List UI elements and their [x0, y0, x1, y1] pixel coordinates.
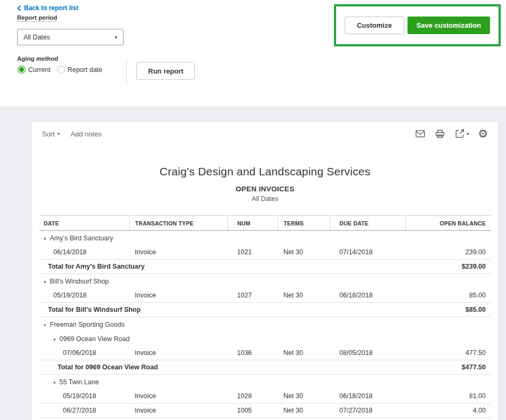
radio-button-icon[interactable] [18, 66, 26, 74]
cell-num: 1036 [227, 346, 278, 360]
cell-open-balance: 477.50 [405, 346, 491, 360]
cell-open-balance: 4.00 [405, 403, 491, 418]
sort-dropdown[interactable]: Sort ▾ [42, 130, 60, 138]
group-header-row: ▾Bill's Windsurf Shop [39, 274, 491, 289]
report-canvas: Sort ▾ Add notes ▾ ⚙ C [0, 107, 506, 420]
report-toolbar: Sort ▾ Add notes ▾ ⚙ [32, 122, 498, 146]
invoice-row[interactable]: 07/06/2018Invoice1036Net 3008/05/2018477… [39, 346, 491, 360]
top-controls: Back to report list Report period All Da… [0, 0, 506, 107]
customer-group-label: 0969 Ocean View Road [60, 335, 130, 343]
collapse-caret-icon[interactable]: ▾ [44, 279, 46, 285]
customer-group-label: Freeman Sporting Goods [50, 321, 125, 328]
cell-date: 06/27/2018 [39, 403, 129, 418]
radio-button-icon[interactable] [57, 66, 65, 74]
column-header: NUM [227, 216, 278, 231]
run-report-button[interactable]: Run report [136, 62, 195, 80]
column-header: OPEN BALANCE [405, 216, 491, 231]
invoice-row[interactable]: 05/19/2018Invoice1027Net 3006/18/201885.… [39, 288, 491, 303]
aging-method-label: Aging method [17, 55, 58, 62]
cell-transaction-type: Invoice [129, 245, 227, 260]
cell-due-date: 07/14/2018 [330, 245, 405, 260]
group-cell: ▾Freeman Sporting Goods [39, 317, 491, 332]
add-notes-link[interactable]: Add notes [70, 130, 102, 138]
chevron-down-icon: ▾ [115, 35, 117, 40]
cell-transaction-type: Invoice [129, 403, 227, 418]
collapse-caret-icon[interactable]: ▾ [44, 236, 46, 241]
cell-num: 1005 [227, 403, 278, 418]
radio-label: Current [28, 66, 51, 74]
report-table-body: ▾Amy's Bird Sanctuary06/14/2018Invoice10… [39, 231, 491, 418]
back-link-label: Back to report list [24, 4, 78, 12]
save-customization-button[interactable]: Save customization [407, 17, 490, 34]
customer-group-label: Bill's Windsurf Shop [50, 278, 109, 285]
radio-report-date[interactable]: Report date [57, 66, 102, 74]
report-period-select[interactable]: All Dates ▾ [17, 29, 124, 45]
cell-due-date: 08/05/2018 [330, 346, 405, 360]
cell-terms: Net 30 [278, 346, 330, 360]
export-icon[interactable]: ▾ [454, 128, 469, 139]
group-header-row: ▾55 Twin Lane [39, 375, 491, 390]
customize-button[interactable]: Customize [345, 17, 404, 34]
report-header: Craig's Design and Landscaping Services … [32, 165, 498, 203]
total-row: Total for Bill's Windsurf Shop$85.00 [39, 303, 491, 317]
cell-terms: Net 30 [278, 403, 330, 418]
cell-terms: Net 30 [278, 389, 330, 403]
collapse-caret-icon[interactable]: ▾ [53, 337, 56, 342]
total-label: Total for Bill's Windsurf Shop [39, 303, 405, 317]
total-balance: $477.50 [405, 360, 491, 375]
total-balance: $239.00 [405, 260, 491, 274]
report-card: Sort ▾ Add notes ▾ ⚙ C [32, 122, 498, 420]
total-label: Total for 0969 Ocean View Road [39, 360, 405, 375]
group-header-row: ▾0969 Ocean View Road [39, 332, 491, 346]
group-cell: ▾Amy's Bird Sanctuary [39, 231, 491, 246]
report-period-label: Report period [17, 14, 57, 22]
radio-label: Report date [68, 66, 102, 74]
invoice-row[interactable]: 06/27/2018Invoice1005Net 3007/27/20184.0… [39, 403, 491, 418]
settings-gear-icon[interactable]: ⚙ [478, 128, 488, 139]
table-header-row: DATETRANSACTION TYPENUMTERMSDUE DATEOPEN… [39, 216, 491, 231]
sort-label: Sort [42, 130, 55, 138]
collapse-caret-icon[interactable]: ▾ [44, 322, 46, 328]
customer-group-label: Amy's Bird Sanctuary [50, 235, 113, 242]
toolbar-icons: ▾ ⚙ [415, 128, 488, 139]
chevron-left-icon [17, 5, 21, 11]
invoice-row[interactable]: 05/19/2018Invoice1028Net 3006/18/201881.… [39, 389, 491, 403]
cell-terms: Net 30 [278, 245, 330, 260]
report-period-value: All Dates [23, 34, 50, 41]
cell-date: 05/19/2018 [39, 288, 129, 303]
cell-num: 1028 [227, 389, 278, 403]
cell-due-date: 07/27/2018 [330, 403, 405, 418]
column-header: TRANSACTION TYPE [129, 216, 227, 231]
group-cell: ▾Bill's Windsurf Shop [39, 274, 491, 289]
chevron-down-icon: ▾ [467, 132, 469, 136]
column-header: DATE [39, 216, 129, 231]
invoice-row[interactable]: 06/14/2018Invoice1021Net 3007/14/2018239… [39, 245, 491, 260]
email-icon[interactable] [415, 128, 426, 139]
chevron-down-icon: ▾ [58, 131, 60, 136]
customer-group-label: 55 Twin Lane [60, 378, 99, 386]
cell-due-date: 06/18/2018 [330, 389, 405, 403]
report-period-subtitle: All Dates [32, 195, 498, 203]
company-name: Craig's Design and Landscaping Services [32, 165, 498, 178]
cell-date: 06/14/2018 [39, 245, 129, 260]
divider [126, 59, 127, 85]
cell-date: 07/06/2018 [39, 346, 129, 360]
annotation-highlight-box: Customize Save customization [334, 4, 501, 46]
cell-due-date: 06/18/2018 [330, 288, 405, 303]
open-invoices-table: DATETRANSACTION TYPENUMTERMSDUE DATEOPEN… [39, 215, 491, 418]
cell-terms: Net 30 [278, 288, 330, 303]
report-title: OPEN INVOICES [32, 185, 498, 193]
cell-open-balance: 81.00 [405, 389, 491, 403]
column-header: DUE DATE [330, 216, 405, 231]
print-icon[interactable] [435, 128, 445, 139]
collapse-caret-icon[interactable]: ▾ [53, 380, 56, 385]
cell-date: 05/19/2018 [39, 389, 129, 403]
group-header-row: ▾Amy's Bird Sanctuary [39, 231, 491, 246]
cell-open-balance: 85.00 [405, 288, 491, 303]
radio-current[interactable]: Current [18, 66, 51, 74]
cell-transaction-type: Invoice [129, 346, 227, 360]
back-to-report-list-link[interactable]: Back to report list [17, 4, 78, 12]
total-row: Total for 0969 Ocean View Road$477.50 [39, 360, 491, 375]
group-header-row: ▾Freeman Sporting Goods [39, 317, 491, 332]
cell-num: 1027 [227, 288, 278, 303]
